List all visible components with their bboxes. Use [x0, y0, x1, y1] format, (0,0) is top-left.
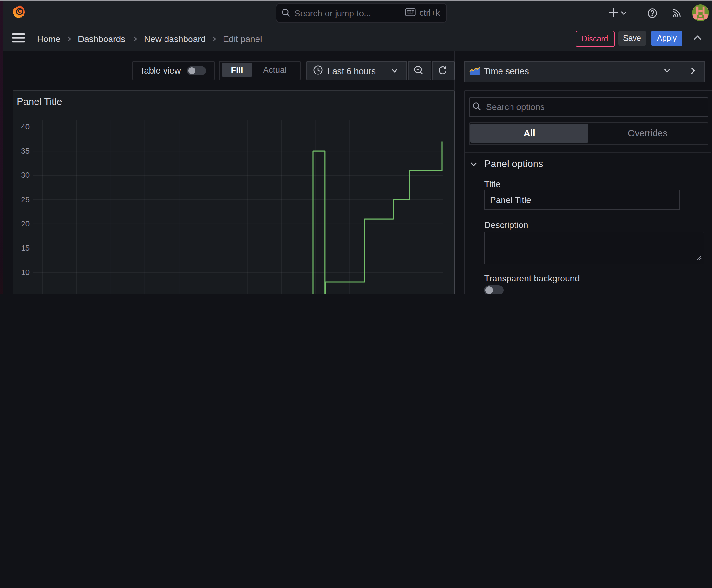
svg-text:10: 10: [21, 268, 29, 276]
svg-text:20: 20: [21, 219, 29, 228]
svg-text:15: 15: [21, 244, 29, 252]
svg-text:40: 40: [21, 122, 29, 131]
svg-text:25: 25: [21, 195, 29, 204]
svg-text:30: 30: [21, 171, 29, 179]
svg-text:5: 5: [25, 292, 29, 294]
svg-text:35: 35: [21, 146, 29, 155]
